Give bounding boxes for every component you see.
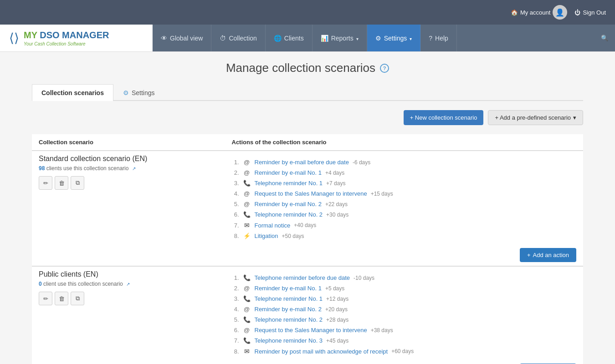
add-action-button[interactable]: + Add an action <box>520 248 576 262</box>
logo-icon: ⟨⟩ <box>9 30 19 46</box>
delete-button[interactable]: 🗑 <box>55 292 68 305</box>
action-link[interactable]: Reminder by post mail with acknowledge o… <box>255 348 388 355</box>
top-actions-row: + New collection scenario + Add a pre-de… <box>32 110 583 125</box>
settings-tab-icon: ⚙ <box>123 89 129 96</box>
gear-icon: ⚙ <box>375 35 381 42</box>
copy-button[interactable]: ⧉ <box>71 176 84 190</box>
my-account-link[interactable]: 🏠 My account 👤 <box>511 5 567 20</box>
nav-reports[interactable]: 📊 Reports <box>313 25 367 51</box>
action-number: 2. <box>232 285 239 292</box>
main-nav: 👁 Global view ⏱ Collection 🌐 Clients 📊 R… <box>153 25 615 51</box>
action-link[interactable]: Reminder by e-mail No. 2 <box>255 306 322 313</box>
action-number: 4. <box>232 306 239 313</box>
power-icon: ⏻ <box>574 9 580 16</box>
copy-button[interactable]: ⧉ <box>71 292 84 305</box>
scenario-name: Standard collection scenario (EN) <box>39 155 218 163</box>
external-link-icon: ↗ <box>126 282 130 287</box>
action-link[interactable]: Request to the Sales Manager to interven… <box>255 327 367 334</box>
list-item: 1. @ Reminder by e-mail before due date … <box>232 157 577 167</box>
col-header-scenario: Collection scenario <box>32 134 225 151</box>
scenario-name: Public clients (EN) <box>39 270 218 278</box>
edit-button[interactable]: ✏ <box>39 292 52 305</box>
action-days: +60 days <box>391 348 414 354</box>
phone-icon: 📞 <box>243 316 251 323</box>
chart-icon: 📊 <box>321 35 328 42</box>
action-link[interactable]: Reminder by e-mail before due date <box>255 159 349 166</box>
action-days: +28 days <box>326 317 348 323</box>
sign-out-label: Sign Out <box>583 9 606 16</box>
phone-icon: 📞 <box>243 211 251 218</box>
page-help-icon[interactable]: ? <box>380 64 389 73</box>
action-days: +45 days <box>326 338 348 344</box>
action-number: 5. <box>232 316 239 323</box>
list-item: 4. @ Reminder by e-mail No. 2 +20 days <box>232 304 577 314</box>
nav-settings[interactable]: ⚙ Settings <box>367 25 421 51</box>
action-number: 5. <box>232 201 239 207</box>
clock-icon: ⏱ <box>220 35 226 42</box>
action-days: -6 days <box>353 159 370 166</box>
nav-collection[interactable]: ⏱ Collection <box>211 25 265 51</box>
action-link[interactable]: Litigation <box>255 233 278 239</box>
list-item: 7. 📞 Telephone reminder No. 3 +45 days <box>232 335 577 346</box>
action-link[interactable]: Reminder by e-mail No. 2 <box>255 201 322 207</box>
email-icon: @ <box>243 327 251 334</box>
action-days: -10 days <box>354 275 374 281</box>
nav-help[interactable]: ? Help <box>420 25 457 51</box>
table-row: Standard collection scenario (EN) 98 cli… <box>32 151 583 266</box>
scenarios-table: Collection scenario Actions of the colle… <box>32 134 583 364</box>
email-icon: @ <box>243 201 251 207</box>
phone-icon: 📞 <box>243 295 251 302</box>
action-link[interactable]: Reminder by e-mail No. 1 <box>255 285 322 292</box>
action-link[interactable]: Telephone reminder No. 1 <box>255 295 323 302</box>
scenario-actions-cell-standard: 1. @ Reminder by e-mail before due date … <box>225 151 584 266</box>
question-icon: ? <box>429 35 432 42</box>
action-link[interactable]: Formal notice <box>255 222 291 229</box>
col-header-actions: Actions of the collection scenario <box>225 134 584 151</box>
action-link[interactable]: Request to the Sales Manager to interven… <box>255 190 367 197</box>
scenario-action-buttons: ✏ 🗑 ⧉ <box>39 292 218 305</box>
email-icon: @ <box>243 190 251 197</box>
action-number: 7. <box>232 222 239 229</box>
action-days: +30 days <box>326 212 348 218</box>
nav-search-button[interactable]: 🔍 <box>594 25 615 51</box>
globe-icon: 🌐 <box>274 35 282 42</box>
list-item: 4. @ Request to the Sales Manager to int… <box>232 188 577 199</box>
tab-settings[interactable]: ⚙ Settings <box>113 84 164 101</box>
nav-global-view[interactable]: 👁 Global view <box>153 25 211 51</box>
new-collection-scenario-button[interactable]: + New collection scenario <box>404 110 484 125</box>
action-link[interactable]: Telephone reminder before due date <box>255 274 350 281</box>
settings-dropdown-arrow <box>410 35 412 42</box>
search-icon: 🔍 <box>601 35 608 41</box>
plus-icon: + <box>527 252 531 258</box>
add-predefined-scenario-button[interactable]: + Add a pre-defined scenario ▾ <box>488 110 583 125</box>
action-number: 8. <box>232 233 239 239</box>
email-icon: @ <box>243 159 251 166</box>
action-number: 3. <box>232 295 239 302</box>
tab-collection-scenarios[interactable]: Collection scenarios <box>32 84 113 101</box>
add-action-cell: + Add an action <box>232 359 577 364</box>
page-title-row: Manage collection scenarios ? <box>32 61 583 75</box>
delete-button[interactable]: 🗑 <box>55 176 68 190</box>
action-days: +5 days <box>325 285 344 292</box>
email-icon: @ <box>243 285 251 292</box>
clients-label: clients use this collection scenario <box>46 165 129 172</box>
action-link[interactable]: Telephone reminder No. 1 <box>255 180 323 187</box>
action-number: 8. <box>232 348 239 355</box>
action-link[interactable]: Telephone reminder No. 2 <box>255 316 323 323</box>
list-item: 3. 📞 Telephone reminder No. 1 +12 days <box>232 293 577 304</box>
sign-out-link[interactable]: ⏻ Sign Out <box>574 9 606 16</box>
scenario-action-buttons: ✏ 🗑 ⧉ <box>39 176 218 190</box>
header: ⟨⟩ MY DSO MANAGER Your Cash Collection S… <box>0 25 615 52</box>
scenario-cell-standard: Standard collection scenario (EN) 98 cli… <box>32 151 225 266</box>
nav-clients[interactable]: 🌐 Clients <box>266 25 313 51</box>
edit-button[interactable]: ✏ <box>39 176 52 190</box>
action-link[interactable]: Telephone reminder No. 2 <box>255 211 323 218</box>
action-link[interactable]: Telephone reminder No. 3 <box>255 337 323 344</box>
scenario-actions-cell-public: 1. 📞 Telephone reminder before due date … <box>225 266 584 364</box>
my-account-label: My account <box>520 9 550 16</box>
action-link[interactable]: Reminder by e-mail No. 1 <box>255 169 322 176</box>
logo-area: ⟨⟩ MY DSO MANAGER Your Cash Collection S… <box>0 25 153 51</box>
list-item: 5. 📞 Telephone reminder No. 2 +28 days <box>232 314 577 325</box>
clients-label: client use this collection scenario <box>43 281 123 287</box>
action-days: +50 days <box>282 233 304 239</box>
